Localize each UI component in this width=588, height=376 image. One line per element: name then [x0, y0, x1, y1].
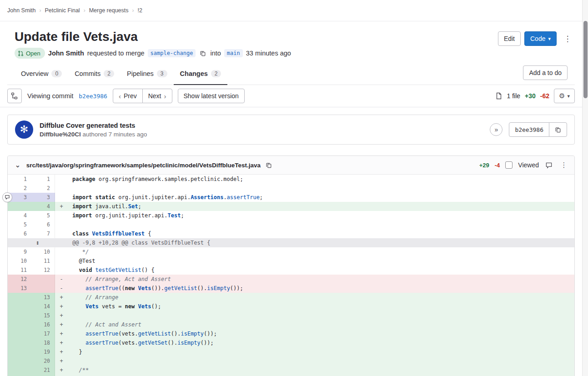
old-line-number[interactable] [8, 302, 31, 311]
source-branch-label[interactable]: sample-change [148, 49, 196, 57]
viewed-checkbox[interactable] [505, 161, 513, 169]
old-line-number[interactable]: 12 [8, 275, 31, 284]
scrollbar-thumb[interactable] [583, 21, 588, 98]
commit-sha-button[interactable]: b2ee3986 [509, 122, 549, 137]
new-line-number[interactable]: 18 [31, 338, 55, 347]
viewing-commit-sha-link[interactable]: b2ee3986 [79, 93, 107, 100]
status-badge: Open [15, 48, 45, 59]
new-line-number[interactable]: 11 [31, 256, 55, 266]
copy-icon [266, 162, 272, 168]
new-line-number[interactable]: 12 [31, 266, 55, 275]
file-path[interactable]: src/test/java/org/springframework/sample… [26, 162, 261, 169]
file-options-button[interactable]: ⋮ [559, 160, 569, 170]
code-button-label: Code [530, 35, 545, 42]
status-badge-label: Open [26, 50, 40, 57]
collapse-file-icon[interactable]: ⌄ [13, 161, 22, 169]
code-line: Vets vets = new Vets(); [68, 302, 574, 311]
old-line-number[interactable] [8, 320, 31, 329]
commit-title[interactable]: Diffblue Cover generated tests [40, 122, 147, 129]
diffblue-avatar: ✻ [15, 120, 33, 139]
tab-overview-label: Overview [21, 70, 48, 77]
tab-changes[interactable]: Changes 2 [174, 63, 228, 85]
old-line-number[interactable] [8, 356, 31, 366]
total-additions[interactable]: +30 [525, 92, 536, 100]
old-line-number[interactable]: 5 [8, 220, 31, 229]
new-line-number[interactable]: 13 [31, 293, 55, 302]
copy-sha-button[interactable] [549, 122, 567, 137]
breadcrumb-item-merge-requests[interactable]: Merge requests [89, 7, 129, 14]
new-line-number[interactable]: 17 [31, 329, 55, 338]
new-line-number[interactable]: 21 [31, 366, 55, 375]
more-actions-button[interactable]: ⋮ [560, 31, 575, 46]
commit-author[interactable]: Diffblue%20CI [40, 131, 81, 138]
old-line-number[interactable] [8, 202, 31, 211]
new-line-number[interactable]: 2 [31, 184, 55, 193]
new-line-number[interactable]: 10 [31, 247, 55, 256]
diff-row: 1112 void testGetVetList() { [8, 266, 574, 275]
tab-overview[interactable]: Overview 0 [15, 63, 68, 85]
old-line-number[interactable]: 6 [8, 229, 31, 238]
breadcrumb-item-mr-id[interactable]: !2 [138, 7, 142, 14]
commit-byline: Diffblue%20CI authored 7 minutes ago [40, 131, 147, 138]
file-comment-button[interactable] [544, 162, 553, 169]
scrollbar[interactable] [582, 0, 588, 376]
code-button[interactable]: Code ▾ [524, 31, 557, 46]
new-line-number[interactable]: 1 [31, 175, 55, 184]
edit-button[interactable]: Edit [498, 31, 521, 46]
old-line-number[interactable] [8, 366, 31, 375]
old-line-number[interactable]: 9 [8, 247, 31, 256]
diff-row: 56 [8, 220, 574, 229]
old-line-number[interactable]: 4 [8, 211, 31, 220]
target-branch-label[interactable]: main [224, 49, 243, 57]
old-line-number[interactable]: 2 [8, 184, 31, 193]
breadcrumb-item-user[interactable]: John Smith [7, 7, 36, 14]
merge-request-page: John Smith › Petclinic Final › Merge req… [0, 0, 582, 376]
copy-branch-button[interactable] [199, 50, 207, 56]
prev-commit-button[interactable]: ‹ Prev [113, 89, 143, 103]
code-line: assertTrue(vets.getVetSet().isEmpty()); [68, 338, 574, 347]
code-line: assertTrue((new Vets()).getVetList().isE… [68, 284, 574, 293]
expand-lines-button[interactable]: ↕ [8, 238, 68, 247]
new-line-number[interactable]: 7 [31, 229, 55, 238]
new-line-number[interactable]: 14 [31, 302, 55, 311]
old-line-number[interactable] [8, 347, 31, 356]
new-line-number[interactable]: 20 [31, 356, 55, 366]
new-line-number[interactable]: 15 [31, 311, 55, 320]
old-line-number[interactable]: 1 [8, 175, 31, 184]
new-line-number[interactable] [31, 275, 55, 284]
show-latest-version-button[interactable]: Show latest version [178, 89, 245, 103]
chevron-right-icon: › [164, 93, 166, 100]
new-line-number[interactable] [31, 284, 55, 293]
code-line: // Act and Assert [68, 320, 574, 329]
tab-commits[interactable]: Commits 2 [68, 63, 121, 85]
comment-indicator-icon[interactable] [2, 192, 12, 202]
new-line-number[interactable]: 4 [31, 202, 55, 211]
old-line-number[interactable] [8, 329, 31, 338]
tab-pipelines[interactable]: Pipelines 3 [121, 63, 174, 85]
old-line-number[interactable] [8, 293, 31, 302]
old-line-number[interactable] [8, 338, 31, 347]
old-line-number[interactable]: 13 [8, 284, 31, 293]
next-commit-button[interactable]: Next › [142, 89, 172, 103]
diff-row: 21+ /** [8, 366, 574, 375]
comment-icon [545, 162, 553, 169]
file-tree-toggle-button[interactable] [7, 89, 22, 103]
old-line-number[interactable]: 10 [8, 256, 31, 266]
diff-row: 16+ // Act and Assert [8, 320, 574, 329]
add-todo-button[interactable]: Add a to do [523, 65, 568, 80]
total-deletions[interactable]: -62 [540, 92, 549, 100]
code-line: package org.springframework.samples.petc… [68, 175, 574, 184]
new-line-number[interactable]: 6 [31, 220, 55, 229]
diff-row: 910 */ [8, 247, 574, 256]
diff-settings-button[interactable]: ⚙ ▾ [554, 89, 575, 103]
copy-path-button[interactable] [265, 162, 273, 168]
new-line-number[interactable]: 3 [31, 193, 55, 202]
new-line-number[interactable]: 5 [31, 211, 55, 220]
mr-author-name[interactable]: John Smith [48, 50, 84, 57]
new-line-number[interactable]: 16 [31, 320, 55, 329]
old-line-number[interactable] [8, 311, 31, 320]
breadcrumb-item-project[interactable]: Petclinic Final [45, 7, 80, 14]
old-line-number[interactable]: 11 [8, 266, 31, 275]
browse-commit-button[interactable]: » [490, 123, 503, 136]
new-line-number[interactable]: 19 [31, 347, 55, 356]
